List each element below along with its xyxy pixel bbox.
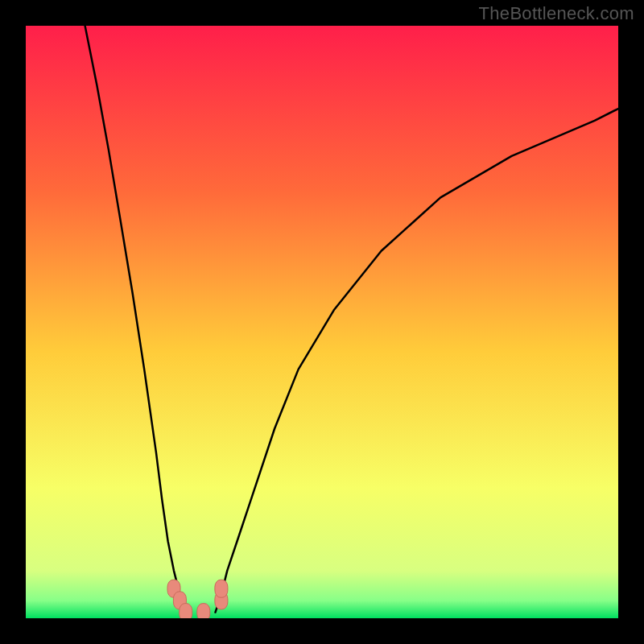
watermark-text: TheBottleneck.com (479, 3, 634, 24)
plot-area (26, 26, 618, 618)
data-marker (197, 604, 210, 618)
data-marker (215, 580, 228, 597)
curve-left-branch (85, 26, 186, 613)
curves-layer (26, 26, 618, 618)
data-marker (180, 604, 192, 618)
curve-right-branch (216, 109, 619, 613)
marker-group (167, 580, 228, 618)
chart-frame: TheBottleneck.com (0, 0, 644, 644)
